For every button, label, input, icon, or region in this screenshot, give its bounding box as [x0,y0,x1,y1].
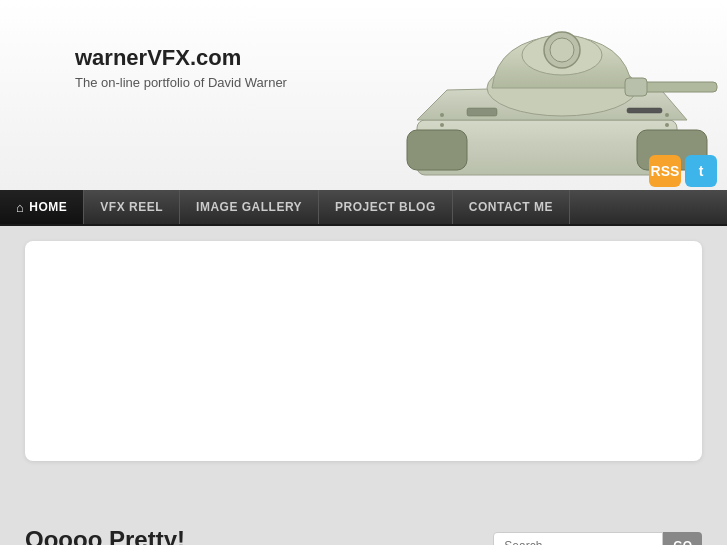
post-title: Ooooo Pretty! [25,526,185,545]
site-subtitle: The on-line portfolio of David Warner [75,75,287,90]
svg-rect-10 [627,108,662,113]
site-header: warnerVFX.com The on-line portfolio of D… [0,0,727,190]
svg-point-14 [665,123,669,127]
svg-rect-9 [467,108,497,116]
site-title: warnerVFX.com [75,45,287,71]
search-button[interactable]: GO [663,532,702,545]
nav-item-home[interactable]: ⌂ HOME [0,190,84,224]
svg-point-13 [440,123,444,127]
nav-item-contact-me[interactable]: CONTACT ME [453,190,570,224]
main-content [0,226,727,516]
svg-rect-1 [407,130,467,170]
home-icon: ⌂ [16,200,24,215]
nav-item-project-blog[interactable]: PROJECT BLOG [319,190,453,224]
site-title-area: warnerVFX.com The on-line portfolio of D… [75,45,287,90]
search-input[interactable] [493,532,663,545]
svg-rect-8 [625,78,647,96]
twitter-icon[interactable]: t [685,155,717,187]
nav-item-image-gallery[interactable]: IMAGE GALLERY [180,190,319,224]
social-icons-container: RSS t [649,155,717,187]
rss-icon[interactable]: RSS [649,155,681,187]
main-navbar: ⌂ HOME VFX REEL IMAGE GALLERY PROJECT BL… [0,190,727,226]
nav-item-vfx-reel[interactable]: VFX REEL [84,190,180,224]
search-area: GO [493,532,702,545]
content-card [25,241,702,461]
svg-point-12 [665,113,669,117]
post-area: Ooooo Pretty! GO [0,516,727,545]
svg-point-6 [550,38,574,62]
svg-point-11 [440,113,444,117]
